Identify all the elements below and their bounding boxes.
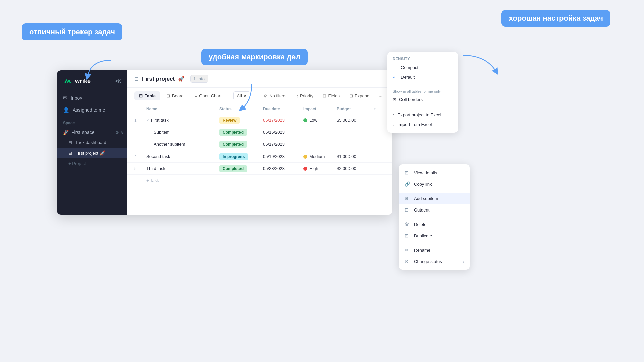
header-budget: Budget	[337, 104, 374, 114]
sidebar-item-first-project[interactable]: ⊟ First project 🚀	[57, 148, 127, 158]
density-dropdown: Density Compact ✓ Default Show in all ta…	[387, 52, 458, 133]
sidebar-item-inbox[interactable]: ✉ Inbox	[57, 92, 127, 104]
impact-label-5: High	[309, 166, 318, 171]
import-icon: ↓	[393, 122, 395, 127]
task-status-4[interactable]: In progress	[219, 153, 263, 160]
assigned-icon: 👤	[63, 107, 69, 113]
fields-button[interactable]: ⊡ Fields	[319, 92, 343, 100]
duplicate-label: Duplicate	[414, 233, 432, 238]
task-impact-1: Low	[303, 118, 337, 123]
cell-borders-icon: ⊡	[393, 97, 396, 102]
gantt-icon: ≡	[195, 93, 197, 98]
header-num	[134, 104, 146, 114]
task-budget-1: $5,000.00	[337, 118, 374, 123]
tab-table[interactable]: ⊟ Table	[134, 91, 160, 100]
space-inner: 🚀 First space	[63, 130, 94, 135]
import-label: Import from Excel	[398, 122, 432, 127]
add-project-label: + Project	[68, 161, 86, 166]
context-outdent[interactable]: ⊟ Outdent	[399, 204, 470, 216]
context-add-subitem[interactable]: ⊕ Add subitem	[399, 193, 470, 204]
info-circle-icon: ℹ	[194, 76, 196, 81]
app-container: wrike ≪ ✉ Inbox 👤 Assigned to me Space 🚀…	[57, 70, 392, 215]
compact-label: Compact	[401, 65, 418, 70]
export-excel-button[interactable]: ↑ Export project to Excel	[387, 110, 458, 120]
sidebar-item-first-space[interactable]: 🚀 First space ⚙ ∨	[57, 127, 127, 137]
expand-label: Expand	[355, 93, 369, 98]
assigned-label: Assigned to me	[73, 107, 105, 113]
add-project-button[interactable]: + Project	[57, 158, 127, 169]
sidebar-item-task-dashboard[interactable]: ⊞ Task dashboard	[57, 137, 127, 148]
expand-row-icon[interactable]: ∨	[146, 118, 149, 122]
board-icon: ⊞	[166, 93, 170, 98]
copy-link-icon: 🔗	[405, 181, 411, 187]
fields-label: Fields	[328, 93, 340, 98]
export-label: Export project to Excel	[398, 112, 441, 117]
toolbar-divider-1	[230, 92, 230, 100]
context-copy-link[interactable]: 🔗 Copy link	[399, 178, 470, 190]
impact-label-1: Low	[309, 118, 317, 123]
gear-icon[interactable]: ⚙	[115, 130, 119, 135]
cell-borders-label: Cell borders	[399, 97, 423, 102]
task-impact-4: Medium	[303, 154, 337, 159]
header-due-date: Due date	[263, 104, 303, 114]
task-name-cell-1[interactable]: ∨ First task	[146, 114, 219, 126]
outdent-label: Outdent	[414, 207, 429, 213]
density-section-label: Density	[387, 55, 458, 63]
more-icon: ···	[379, 93, 382, 98]
change-status-label: Change status	[414, 259, 442, 264]
status-badge-completed-5: Completed	[219, 165, 247, 172]
add-task-row[interactable]: + Task	[127, 175, 392, 186]
task-name-cell-sub2[interactable]: Another subitem	[146, 138, 219, 150]
task-name-cell-4[interactable]: Second task	[146, 150, 219, 162]
chevron-down-icon[interactable]: ∨	[121, 130, 124, 135]
expand-button[interactable]: ⊞ Expand	[346, 92, 373, 100]
task-impact-5: High	[303, 166, 337, 171]
task-status-5[interactable]: Completed	[219, 165, 263, 172]
task-status-1[interactable]: Review	[219, 117, 263, 124]
task-name-cell-5[interactable]: Third task	[146, 163, 219, 174]
table-row: 5 Third task Completed 05/23/2023 High $…	[127, 163, 392, 175]
task-budget-4: $1,000.00	[337, 154, 374, 159]
view-details-label: View details	[414, 170, 437, 175]
import-excel-button[interactable]: ↓ Import from Excel	[387, 120, 458, 129]
project-emoji: 🚀	[178, 76, 185, 82]
project-title: First project	[142, 76, 175, 82]
task-status-sub2[interactable]: Completed	[219, 141, 263, 148]
add-task-label: + Task	[146, 178, 159, 183]
task-due-sub2: 05/17/2023	[263, 142, 303, 147]
impact-dot-medium	[303, 155, 307, 159]
no-filters-label: No filters	[269, 93, 286, 98]
status-badge-completed-1: Completed	[219, 129, 247, 136]
add-subitem-icon: ⊕	[405, 196, 411, 201]
task-name-cell-sub1[interactable]: Subitem	[146, 126, 219, 138]
context-view-details[interactable]: ⊡ View details	[399, 167, 470, 178]
toolbar-right: ⊘ No filters ↕ Priority ⊡ Fields ⊞ Expan…	[261, 92, 386, 100]
header-add[interactable]: +	[374, 104, 386, 114]
density-sub-label: Show in all tables for me only	[387, 88, 458, 95]
sidebar-item-assigned[interactable]: 👤 Assigned to me	[57, 104, 127, 116]
priority-label: Priority	[300, 93, 313, 98]
subitem-name-1: Subitem	[154, 130, 170, 135]
tab-board[interactable]: ⊞ Board	[162, 91, 189, 100]
more-options-button[interactable]: ···	[375, 92, 386, 100]
annotation-top-left: отличный трекер задач	[22, 23, 122, 40]
density-option-default[interactable]: ✓ Default	[387, 72, 458, 82]
row-num-4: 4	[134, 154, 146, 159]
tab-gantt[interactable]: ≡ Gantt Chart	[190, 91, 226, 100]
no-filters-button[interactable]: ⊘ No filters	[261, 92, 290, 100]
impact-label-4: Medium	[309, 154, 325, 159]
priority-button[interactable]: ↕ Priority	[292, 92, 317, 100]
density-option-compact[interactable]: Compact	[387, 63, 458, 72]
context-change-status[interactable]: ⊙ Change status ›	[399, 256, 470, 267]
table-row: Subitem Completed 05/16/2023	[127, 126, 392, 138]
status-badge-review: Review	[219, 117, 240, 124]
info-button[interactable]: ℹ Info	[190, 75, 208, 83]
context-duplicate[interactable]: ⊡ Duplicate	[399, 230, 470, 241]
fields-icon: ⊡	[323, 93, 326, 98]
space-section-label: Space	[57, 116, 127, 127]
context-rename[interactable]: ✏ Rename	[399, 244, 470, 256]
cell-borders-button[interactable]: ⊡ Cell borders	[387, 95, 458, 104]
context-delete[interactable]: 🗑 Delete	[399, 219, 470, 230]
task-status-sub1[interactable]: Completed	[219, 129, 263, 136]
rename-label: Rename	[414, 248, 430, 253]
